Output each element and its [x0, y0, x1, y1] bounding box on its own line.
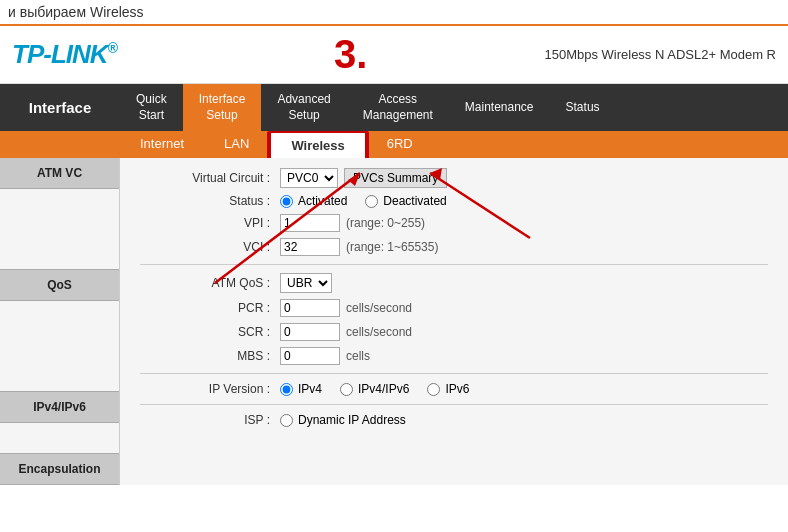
- status-activated-option[interactable]: Activated: [280, 194, 347, 208]
- tab-interface-setup[interactable]: InterfaceSetup: [183, 84, 262, 131]
- subnav-6rd[interactable]: 6RD: [367, 131, 433, 158]
- pvcs-summary-button[interactable]: PVCs Summary: [344, 168, 447, 188]
- top-annotation: и выбираем Wireless: [0, 0, 788, 26]
- status-deactivated-radio[interactable]: [365, 195, 378, 208]
- mbs-unit: cells: [346, 349, 370, 363]
- tab-access-management[interactable]: AccessManagement: [347, 84, 449, 131]
- vpi-range: (range: 0~255): [346, 216, 425, 230]
- nav-sidebar-interface: Interface: [0, 84, 120, 131]
- mbs-value: cells: [280, 347, 370, 365]
- device-name: 150Mbps Wireless N ADSL2+ Modem R: [544, 47, 776, 62]
- page-header: TP-LINK® 3. 150Mbps Wireless N ADSL2+ Mo…: [0, 26, 788, 84]
- atm-qos-row: ATM QoS : UBR CBR VBR: [140, 273, 768, 293]
- vci-input[interactable]: [280, 238, 340, 256]
- tp-link-logo: TP-LINK®: [12, 39, 117, 70]
- tab-status[interactable]: Status: [550, 84, 616, 131]
- scr-input[interactable]: [280, 323, 340, 341]
- scr-row: SCR : cells/second: [140, 323, 768, 341]
- virtual-circuit-value: PVC0 PVC1 PVC2 PVCs Summary: [280, 168, 447, 188]
- isp-label: ISP :: [140, 413, 280, 427]
- encap-divider: [140, 404, 768, 405]
- subnav-internet[interactable]: Internet: [120, 131, 204, 158]
- virtual-circuit-row: Virtual Circuit : PVC0 PVC1 PVC2 PVCs Su…: [140, 168, 768, 188]
- atm-qos-divider: [140, 264, 768, 265]
- atm-spacer: [0, 189, 119, 269]
- scr-label: SCR :: [140, 325, 280, 339]
- vci-value: (range: 1~65535): [280, 238, 438, 256]
- tab-maintenance[interactable]: Maintenance: [449, 84, 550, 131]
- sub-nav: Internet LAN Wireless 6RD: [0, 131, 788, 158]
- encap-label: Encapsulation: [0, 453, 119, 485]
- atm-qos-value: UBR CBR VBR: [280, 273, 332, 293]
- atm-vc-label: ATM VC: [0, 158, 119, 189]
- pcr-label: PCR :: [140, 301, 280, 315]
- nav-tabs: QuickStart InterfaceSetup AdvancedSetup …: [120, 84, 788, 131]
- vpi-row: VPI : (range: 0~255): [140, 214, 768, 232]
- status-activated-radio[interactable]: [280, 195, 293, 208]
- ipv4-radio[interactable]: [280, 383, 293, 396]
- ipv4-spacer: [0, 423, 119, 453]
- ipv6-radio[interactable]: [427, 383, 440, 396]
- status-value: Activated Deactivated: [280, 194, 459, 208]
- content-area: ATM VC QoS IPv4/IPv6 Encapsulation Virtu…: [0, 158, 788, 485]
- content-wrapper: ATM VC QoS IPv4/IPv6 Encapsulation Virtu…: [0, 158, 788, 485]
- vci-label: VCI :: [140, 240, 280, 254]
- dynamic-ip-option[interactable]: Dynamic IP Address: [280, 413, 406, 427]
- vpi-label: VPI :: [140, 216, 280, 230]
- vci-row: VCI : (range: 1~65535): [140, 238, 768, 256]
- status-label: Status :: [140, 194, 280, 208]
- dynamic-ip-radio[interactable]: [280, 414, 293, 427]
- ip-version-label: IP Version :: [140, 382, 280, 396]
- status-deactivated-option[interactable]: Deactivated: [365, 194, 446, 208]
- virtual-circuit-select[interactable]: PVC0 PVC1 PVC2: [280, 168, 338, 188]
- ipv4ipv6-option[interactable]: IPv4/IPv6: [340, 382, 409, 396]
- main-form: Virtual Circuit : PVC0 PVC1 PVC2 PVCs Su…: [120, 158, 788, 485]
- ip-version-value: IPv4 IPv4/IPv6 IPv6: [280, 382, 481, 396]
- pcr-row: PCR : cells/second: [140, 299, 768, 317]
- ipv4-label: IPv4/IPv6: [0, 391, 119, 423]
- mbs-input[interactable]: [280, 347, 340, 365]
- sidebar: ATM VC QoS IPv4/IPv6 Encapsulation: [0, 158, 120, 485]
- mbs-label: MBS :: [140, 349, 280, 363]
- virtual-circuit-label: Virtual Circuit :: [140, 171, 280, 185]
- tab-quick-start[interactable]: QuickStart: [120, 84, 183, 131]
- qos-spacer: [0, 301, 119, 391]
- atm-qos-select[interactable]: UBR CBR VBR: [280, 273, 332, 293]
- scr-value: cells/second: [280, 323, 412, 341]
- ip-version-row: IP Version : IPv4 IPv4/IPv6 IPv6: [140, 382, 768, 396]
- ipv4ipv6-radio[interactable]: [340, 383, 353, 396]
- isp-row: ISP : Dynamic IP Address: [140, 413, 768, 427]
- vpi-input[interactable]: [280, 214, 340, 232]
- scr-unit: cells/second: [346, 325, 412, 339]
- ipv4-option[interactable]: IPv4: [280, 382, 322, 396]
- top-annotation-text: и выбираем Wireless: [8, 4, 144, 20]
- mbs-row: MBS : cells: [140, 347, 768, 365]
- vpi-value: (range: 0~255): [280, 214, 425, 232]
- pcr-unit: cells/second: [346, 301, 412, 315]
- isp-value: Dynamic IP Address: [280, 413, 418, 427]
- pcr-value: cells/second: [280, 299, 412, 317]
- ipv4-divider: [140, 373, 768, 374]
- status-row: Status : Activated Deactivated: [140, 194, 768, 208]
- tab-advanced-setup[interactable]: AdvancedSetup: [261, 84, 346, 131]
- step-number: 3.: [117, 32, 545, 77]
- subnav-lan[interactable]: LAN: [204, 131, 269, 158]
- atm-qos-label: ATM QoS :: [140, 276, 280, 290]
- vci-range: (range: 1~65535): [346, 240, 438, 254]
- main-nav: Interface QuickStart InterfaceSetup Adva…: [0, 84, 788, 131]
- pcr-input[interactable]: [280, 299, 340, 317]
- qos-label: QoS: [0, 269, 119, 301]
- subnav-wireless[interactable]: Wireless: [269, 131, 366, 158]
- ipv6-option[interactable]: IPv6: [427, 382, 469, 396]
